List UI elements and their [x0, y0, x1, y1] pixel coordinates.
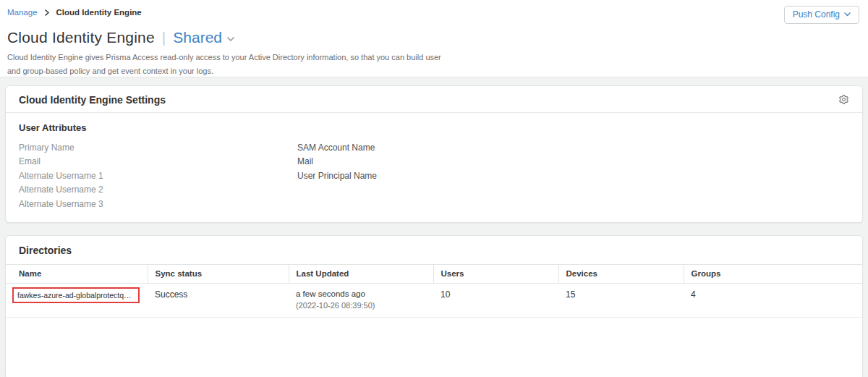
breadcrumb-current: Cloud Identity Engine	[56, 8, 142, 17]
page-header: Manage Cloud Identity Engine Push Config…	[0, 0, 868, 77]
directory-name-highlighted[interactable]: fawkes-azure-ad-globalprotectqa.onmi...	[12, 287, 140, 303]
table-row[interactable]: fawkes-azure-ad-globalprotectqa.onmi... …	[6, 283, 862, 317]
page-title: Cloud Identity Engine	[7, 29, 155, 46]
attribute-label: Alternate Username 2	[19, 185, 297, 195]
column-header-devices[interactable]: Devices	[558, 264, 684, 283]
directories-table: Name Sync status Last Updated Users Devi…	[6, 264, 862, 318]
push-config-button[interactable]: Push Config	[784, 6, 859, 24]
column-header-name[interactable]: Name	[6, 264, 148, 283]
push-config-label: Push Config	[793, 9, 840, 20]
devices-count-cell: 15	[558, 283, 684, 317]
gear-icon	[838, 94, 849, 105]
chevron-down-icon	[227, 37, 234, 42]
breadcrumb: Manage Cloud Identity Engine	[7, 6, 142, 17]
column-header-groups[interactable]: Groups	[684, 264, 862, 283]
last-updated-cell: a few seconds ago (2022-10-26 08:39:50)	[289, 283, 433, 317]
groups-count-cell: 4	[684, 283, 862, 317]
attribute-row-alt-username-3: Alternate Username 3	[19, 197, 849, 211]
attribute-label: Email	[19, 156, 297, 166]
settings-card-title: Cloud Identity Engine Settings	[19, 94, 166, 106]
last-updated-timestamp: (2022-10-26 08:39:50)	[296, 301, 426, 310]
attribute-row-alt-username-1: Alternate Username 1 User Principal Name	[19, 169, 849, 183]
last-updated-relative: a few seconds ago	[296, 289, 426, 298]
attribute-label: Primary Name	[19, 143, 297, 153]
sync-status-cell: Success	[148, 283, 289, 317]
directories-card-title: Directories	[19, 245, 72, 256]
column-header-sync-status[interactable]: Sync status	[148, 264, 289, 283]
attribute-label: Alternate Username 1	[19, 171, 297, 181]
user-attributes-heading: User Attributes	[19, 122, 849, 133]
users-count-cell: 10	[433, 283, 558, 317]
column-header-last-updated[interactable]: Last Updated	[289, 264, 433, 283]
attribute-row-primary-name: Primary Name SAM Account Name	[19, 140, 849, 155]
scope-selector[interactable]: Shared	[173, 29, 234, 46]
settings-gear-button[interactable]	[837, 93, 851, 106]
main-content: Cloud Identity Engine Settings User Attr…	[0, 77, 868, 377]
scope-label: Shared	[173, 29, 222, 46]
column-header-users[interactable]: Users	[433, 264, 558, 283]
chevron-right-icon	[44, 9, 50, 16]
attribute-value: User Principal Name	[297, 171, 377, 181]
chevron-down-icon	[844, 12, 851, 17]
page-description: Cloud Identity Engine gives Prisma Acces…	[7, 51, 441, 77]
title-divider: |	[162, 29, 166, 46]
attribute-value: SAM Account Name	[297, 143, 375, 153]
table-header-row: Name Sync status Last Updated Users Devi…	[6, 264, 862, 283]
attribute-row-email: Email Mail	[19, 155, 849, 169]
directories-card: Directories Name Sync status Last Update…	[5, 235, 863, 377]
breadcrumb-manage-link[interactable]: Manage	[7, 8, 38, 17]
attribute-value: Mail	[297, 156, 313, 166]
settings-card: Cloud Identity Engine Settings User Attr…	[5, 85, 863, 223]
attribute-label: Alternate Username 3	[19, 199, 297, 209]
attribute-row-alt-username-2: Alternate Username 2	[19, 183, 849, 198]
